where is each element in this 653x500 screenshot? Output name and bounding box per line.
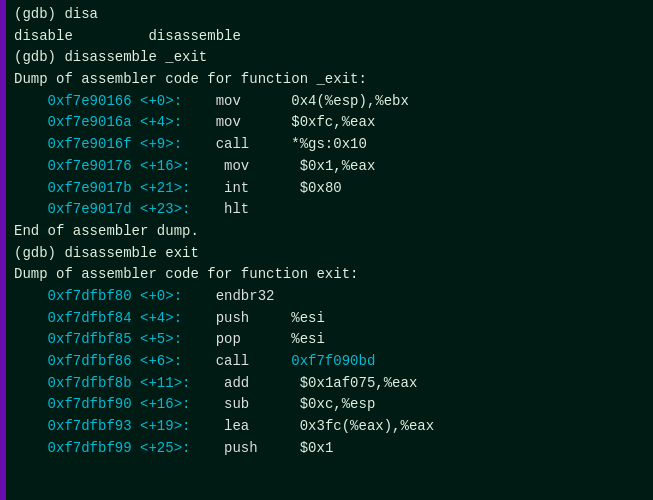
terminal-line: 0xf7dfbf99 <+25>: push $0x1 (14, 438, 645, 460)
terminal-line: 0xf7e9017d <+23>: hlt (14, 199, 645, 221)
terminal-line: 0xf7dfbf90 <+16>: sub $0xc,%esp (14, 394, 645, 416)
terminal-line: disable disassemble (14, 26, 645, 48)
terminal-line: 0xf7e9016f <+9>: call *%gs:0x10 (14, 134, 645, 156)
terminal-line: 0xf7dfbf84 <+4>: push %esi (14, 308, 645, 330)
terminal-line: End of assembler dump. (14, 221, 645, 243)
terminal-line: 0xf7dfbf93 <+19>: lea 0x3fc(%eax),%eax (14, 416, 645, 438)
terminal-line: 0xf7dfbf85 <+5>: pop %esi (14, 329, 645, 351)
terminal-line: 0xf7dfbf86 <+6>: call 0xf7f090bd (14, 351, 645, 373)
terminal-line: 0xf7e9016a <+4>: mov $0xfc,%eax (14, 112, 645, 134)
terminal-line: Dump of assembler code for function exit… (14, 264, 645, 286)
terminal-line: (gdb) disassemble exit (14, 243, 645, 265)
terminal-line: 0xf7e9017b <+21>: int $0x80 (14, 178, 645, 200)
terminal-line: 0xf7e90166 <+0>: mov 0x4(%esp),%ebx (14, 91, 645, 113)
terminal-line: Dump of assembler code for function _exi… (14, 69, 645, 91)
terminal-line: 0xf7dfbf80 <+0>: endbr32 (14, 286, 645, 308)
terminal-line: 0xf7dfbf8b <+11>: add $0x1af075,%eax (14, 373, 645, 395)
terminal-line: (gdb) disa (14, 4, 645, 26)
terminal-line: 0xf7e90176 <+16>: mov $0x1,%eax (14, 156, 645, 178)
terminal-output: (gdb) disadisable disassemble(gdb) disas… (6, 0, 653, 500)
terminal-line: (gdb) disassemble _exit (14, 47, 645, 69)
